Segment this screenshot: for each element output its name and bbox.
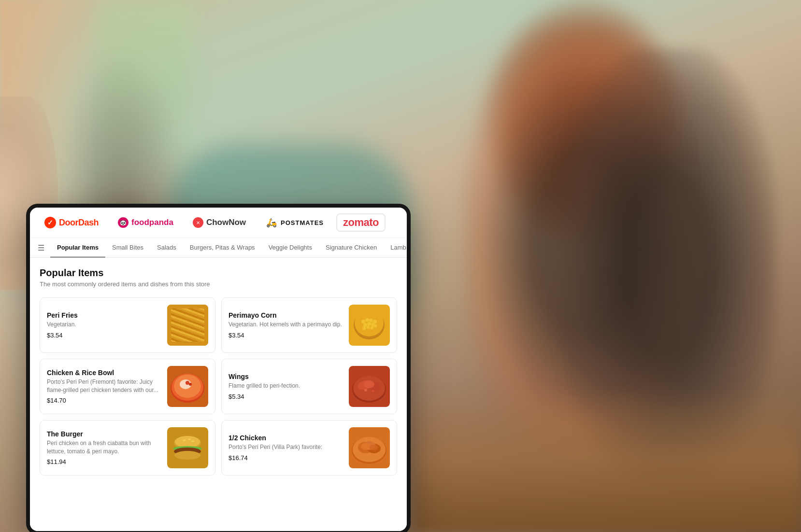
perimayo-corn-desc: Vegetarian. Hot kernels with a perimayo … bbox=[229, 321, 343, 329]
section-title: Popular Items bbox=[40, 267, 397, 279]
tablet-ui: ✓ DoorDash 🐼 foodpanda ✕ ChowNow 🛵 POSTM… bbox=[30, 208, 407, 531]
half-chicken-name: 1/2 Chicken bbox=[229, 434, 343, 442]
svg-point-7 bbox=[174, 336, 201, 342]
half-chicken-info: 1/2 Chicken Porto's Peri Peri (Villa Par… bbox=[229, 434, 343, 462]
foodpanda-logo[interactable]: 🐼 foodpanda bbox=[111, 214, 180, 231]
svg-point-11 bbox=[361, 320, 365, 323]
wings-image bbox=[349, 366, 390, 407]
menu-item-peri-fries[interactable]: Peri Fries Vegetarian. $3.54 bbox=[40, 297, 215, 353]
tab-lamb[interactable]: Lamb Specialties bbox=[384, 238, 407, 258]
doordash-icon: ✓ bbox=[44, 217, 56, 228]
svg-rect-6 bbox=[196, 316, 199, 338]
menu-item-half-chicken[interactable]: 1/2 Chicken Porto's Peri Peri (Villa Par… bbox=[221, 420, 397, 476]
section-subtitle: The most commonly ordered items and dish… bbox=[40, 280, 397, 288]
svg-rect-1 bbox=[181, 314, 184, 338]
peri-fries-image bbox=[167, 305, 208, 346]
svg-point-13 bbox=[369, 319, 373, 322]
svg-point-35 bbox=[364, 389, 367, 392]
half-chicken-image bbox=[349, 427, 390, 468]
menu-list-icon: ☰ bbox=[38, 243, 44, 252]
perimayo-corn-info: Perimayo Corn Vegetarian. Hot kernels wi… bbox=[229, 311, 343, 339]
menu-item-burger[interactable]: The Burger Peri chicken on a fresh ciaba… bbox=[40, 420, 215, 476]
wings-name: Wings bbox=[229, 373, 343, 380]
burger-desc: Peri chicken on a fresh ciabatta bun wit… bbox=[47, 439, 161, 456]
wood-table bbox=[415, 387, 801, 532]
svg-point-52 bbox=[361, 443, 371, 450]
svg-point-21 bbox=[374, 324, 377, 328]
peri-fries-price: $3.54 bbox=[47, 332, 161, 339]
burger-price: $11.94 bbox=[47, 458, 161, 465]
postmates-icon: 🛵 bbox=[265, 216, 278, 229]
tab-small-bites[interactable]: Small Bites bbox=[105, 238, 150, 258]
svg-rect-5 bbox=[177, 317, 180, 338]
svg-point-15 bbox=[363, 323, 367, 327]
burger-info: The Burger Peri chicken on a fresh ciaba… bbox=[47, 430, 161, 466]
svg-point-39 bbox=[175, 436, 200, 448]
chicken-rice-desc: Porto's Peri Peri (Fremont) favorite: Ju… bbox=[47, 378, 161, 394]
svg-rect-4 bbox=[192, 315, 195, 338]
svg-point-45 bbox=[174, 451, 200, 460]
chownow-icon: ✕ bbox=[193, 217, 203, 228]
svg-point-20 bbox=[371, 326, 374, 330]
tab-salads[interactable]: Salads bbox=[150, 238, 183, 258]
perimayo-corn-image bbox=[349, 305, 390, 346]
perimayo-corn-name: Perimayo Corn bbox=[229, 311, 343, 319]
svg-point-28 bbox=[189, 383, 192, 386]
postmates-label: POSTMATES bbox=[281, 219, 324, 226]
svg-point-18 bbox=[363, 327, 366, 330]
burger-image bbox=[167, 427, 208, 468]
perimayo-corn-price: $3.54 bbox=[229, 332, 343, 339]
tab-popular-items[interactable]: Popular Items bbox=[50, 238, 105, 258]
svg-point-42 bbox=[191, 441, 194, 442]
half-chicken-price: $16.74 bbox=[229, 454, 343, 462]
svg-point-19 bbox=[367, 326, 370, 329]
chicken-rice-info: Chicken & Rice Bowl Porto's Peri Peri (F… bbox=[47, 369, 161, 405]
svg-point-16 bbox=[367, 322, 371, 326]
chownow-logo[interactable]: ✕ ChowNow bbox=[186, 214, 253, 231]
chicken-rice-name: Chicken & Rice Bowl bbox=[47, 369, 161, 377]
chownow-label: ChowNow bbox=[206, 218, 246, 227]
delivery-platforms-bar: ✓ DoorDash 🐼 foodpanda ✕ ChowNow 🛵 POSTM… bbox=[30, 208, 407, 238]
wings-info: Wings Flame grilled to peri-fection. $5.… bbox=[229, 373, 343, 400]
peri-fries-name: Peri Fries bbox=[47, 311, 161, 319]
tab-signature-chicken[interactable]: Signature Chicken bbox=[319, 238, 384, 258]
chicken-rice-price: $14.70 bbox=[47, 397, 161, 404]
zomato-label: zomato bbox=[343, 216, 379, 229]
menu-item-chicken-rice[interactable]: Chicken & Rice Bowl Porto's Peri Peri (F… bbox=[40, 359, 215, 414]
content-area: Popular Items The most commonly ordered … bbox=[30, 258, 407, 531]
wings-desc: Flame grilled to peri-fection. bbox=[229, 382, 343, 390]
half-chicken-desc: Porto's Peri Peri (Villa Park) favorite: bbox=[229, 443, 343, 451]
svg-point-36 bbox=[372, 390, 374, 392]
svg-point-34 bbox=[364, 380, 374, 388]
tab-burgers[interactable]: Burgers, Pitas & Wraps bbox=[183, 238, 262, 258]
doordash-logo[interactable]: ✓ DoorDash bbox=[38, 214, 105, 231]
wings-price: $5.34 bbox=[229, 393, 343, 400]
svg-rect-0 bbox=[167, 305, 208, 346]
zomato-logo[interactable]: zomato bbox=[336, 213, 386, 232]
svg-point-53 bbox=[370, 445, 378, 450]
svg-rect-2 bbox=[185, 312, 187, 338]
svg-point-27 bbox=[186, 381, 189, 385]
svg-point-12 bbox=[365, 318, 369, 322]
menu-grid: Peri Fries Vegetarian. $3.54 bbox=[40, 297, 397, 476]
category-nav: ☰ Popular Items Small Bites Salads Burge… bbox=[30, 238, 407, 258]
peri-fries-info: Peri Fries Vegetarian. $3.54 bbox=[47, 311, 161, 339]
chicken-rice-image bbox=[167, 366, 208, 407]
burger-name: The Burger bbox=[47, 430, 161, 438]
postmates-logo[interactable]: 🛵 POSTMATES bbox=[258, 213, 330, 232]
menu-item-perimayo-corn[interactable]: Perimayo Corn Vegetarian. Hot kernels wi… bbox=[221, 297, 397, 353]
svg-rect-3 bbox=[188, 313, 191, 338]
tab-veggie[interactable]: Veggie Delights bbox=[262, 238, 319, 258]
foodpanda-icon: 🐼 bbox=[118, 217, 129, 228]
menu-item-wings[interactable]: Wings Flame grilled to peri-fection. $5.… bbox=[221, 359, 397, 414]
peri-fries-desc: Vegetarian. bbox=[47, 321, 161, 329]
doordash-label: DoorDash bbox=[59, 218, 99, 228]
foodpanda-label: foodpanda bbox=[131, 218, 173, 227]
